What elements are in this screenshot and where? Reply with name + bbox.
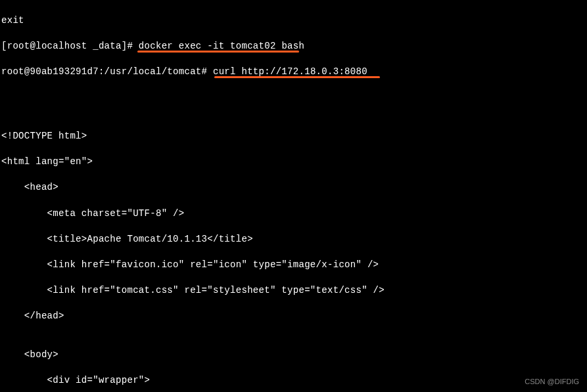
highlight-underline (214, 76, 380, 78)
output-line: <link href="favicon.ico" rel="icon" type… (1, 259, 586, 272)
prompt-line: root@90ab193291d7:/usr/local/tomcat# cur… (1, 66, 586, 79)
terminal-output[interactable]: exit [root@localhost _data]# docker exec… (1, 1, 586, 392)
output-line: <meta charset="UTF-8" /> (1, 207, 586, 221)
output-line: exit (1, 14, 586, 28)
output-line: <title>Apache Tomcat/10.1.13</title> (1, 233, 586, 246)
output-line: <html lang="en"> (1, 156, 586, 169)
prompt-line: [root@localhost _data]# docker exec -it … (1, 40, 586, 53)
shell-prompt: root@90ab193291d7:/usr/local/tomcat# (1, 66, 213, 77)
shell-prompt: [root@localhost _data]# (1, 41, 139, 51)
output-line: <head> (1, 181, 586, 194)
command-text: docker exec -it tomcat02 bash (139, 41, 304, 51)
output-line: <body> (1, 349, 586, 362)
watermark-text: CSDN @DIFDIG (525, 377, 579, 387)
output-line: <!DOCTYPE html> (1, 130, 586, 143)
command-text: curl http://172.18.0.3:8080 (213, 66, 367, 77)
output-line: <div id="wrapper"> (1, 374, 586, 387)
output-line: <link href="tomcat.css" rel="stylesheet"… (1, 284, 586, 297)
output-line: </head> (1, 310, 586, 323)
highlight-underline (137, 51, 299, 53)
